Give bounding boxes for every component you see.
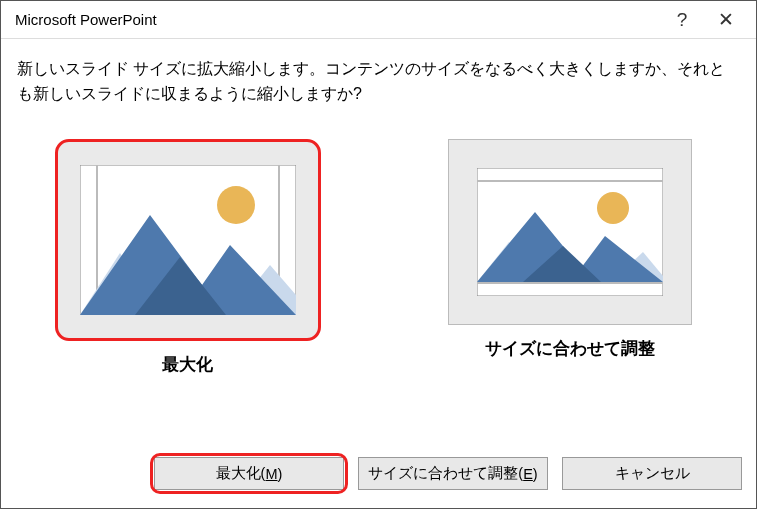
fit-button[interactable]: サイズに合わせて調整(E) bbox=[358, 457, 548, 490]
options-row: 最大化 サイズに合わせて調整 bbox=[17, 139, 740, 376]
maximize-btn-pre: 最大化( bbox=[216, 464, 266, 483]
cancel-button[interactable]: キャンセル bbox=[562, 457, 742, 490]
fit-btn-post: ) bbox=[533, 466, 538, 482]
close-button[interactable]: ✕ bbox=[704, 1, 748, 38]
maximize-btn-key: M bbox=[265, 466, 277, 482]
svg-point-13 bbox=[597, 192, 629, 224]
maximize-preview-icon bbox=[80, 165, 296, 315]
window-title: Microsoft PowerPoint bbox=[15, 11, 660, 28]
prompt-text: 新しいスライド サイズに拡大縮小します。コンテンツのサイズをなるべく大きくします… bbox=[17, 57, 740, 107]
maximize-btn-post: ) bbox=[278, 466, 283, 482]
fit-preview-icon bbox=[477, 168, 663, 296]
fit-btn-pre: サイズに合わせて調整( bbox=[368, 464, 523, 483]
maximize-button[interactable]: 最大化(M) bbox=[154, 457, 344, 490]
option-fit: サイズに合わせて調整 bbox=[435, 139, 705, 360]
option-maximize-label: 最大化 bbox=[162, 353, 213, 376]
thumb-fit[interactable] bbox=[448, 139, 692, 325]
fit-btn-key: E bbox=[523, 466, 533, 482]
thumb-maximize[interactable] bbox=[55, 139, 321, 341]
svg-point-5 bbox=[217, 186, 255, 224]
svg-rect-9 bbox=[477, 180, 663, 182]
button-row: 最大化(M) サイズに合わせて調整(E) キャンセル bbox=[1, 457, 756, 508]
option-maximize: 最大化 bbox=[53, 139, 323, 376]
titlebar: Microsoft PowerPoint ? ✕ bbox=[1, 1, 756, 39]
dialog-content: 新しいスライド サイズに拡大縮小します。コンテンツのサイズをなるべく大きくします… bbox=[1, 39, 756, 457]
option-fit-label: サイズに合わせて調整 bbox=[485, 337, 655, 360]
svg-rect-10 bbox=[477, 282, 663, 284]
help-button[interactable]: ? bbox=[660, 1, 704, 38]
